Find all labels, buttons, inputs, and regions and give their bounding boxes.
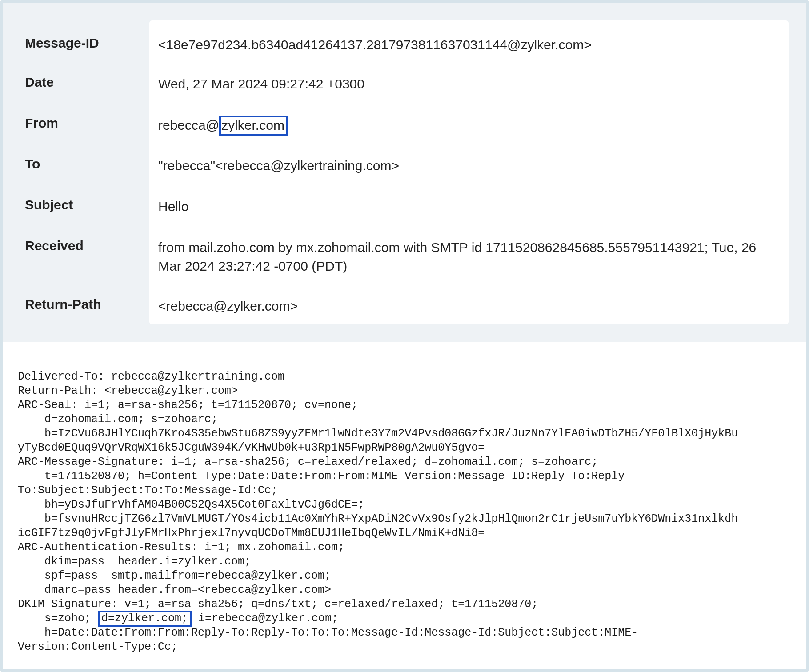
from-domain-highlight: zylker.com bbox=[219, 116, 288, 136]
value-from: rebecca@zylker.com bbox=[158, 116, 288, 136]
value-received: from mail.zoho.com by mx.zohomail.com wi… bbox=[158, 238, 763, 276]
raw-line: ARC-Authentication-Results: i=1; mx.zoho… bbox=[18, 541, 344, 554]
label-message-id: Message-ID bbox=[20, 36, 99, 51]
label-date: Date bbox=[20, 75, 54, 90]
value-message-id: <18e7e97d234.b6340ad41264137.28179738116… bbox=[158, 36, 592, 54]
raw-line: yTyBcd0EQuq9VQrVRqWX16k5JCguW394K/vKHwUb… bbox=[18, 441, 485, 454]
raw-line: Delivered-To: rebecca@zylkertraining.com bbox=[18, 370, 284, 383]
raw-line: icGIF7tz9q0jvFgfJlyFMrHxPhrjexl7nyvqUCDo… bbox=[18, 527, 485, 540]
raw-line: h=Date:Date:From:From:Reply-To:Reply-To:… bbox=[18, 626, 638, 639]
label-subject: Subject bbox=[20, 197, 73, 212]
raw-line: d=zohomail.com; s=zohoarc; bbox=[18, 413, 218, 426]
headers-summary-panel: Message-ID Date From To Subject Received… bbox=[3, 3, 806, 342]
raw-line: DKIM-Signature: v=1; a=rsa-sha256; q=dns… bbox=[18, 598, 538, 611]
email-header-viewer: Message-ID Date From To Subject Received… bbox=[0, 0, 809, 672]
raw-line: b=fsvnuHRccjTZG6zl7VmVLMUGT/YOs4icb11Ac0… bbox=[18, 512, 738, 525]
dkim-domain-highlight: d=zylker.com; bbox=[98, 611, 192, 627]
raw-line: b=IzCVu68JHlYCuqh7Kro4S35ebwStu68ZS9yyZF… bbox=[18, 427, 738, 440]
value-date: Wed, 27 Mar 2024 09:27:42 +0300 bbox=[158, 75, 364, 93]
label-received: Received bbox=[20, 238, 84, 253]
labels-column: Message-ID Date From To Subject Received… bbox=[20, 20, 149, 324]
value-subject: Hello bbox=[158, 197, 188, 216]
raw-line: dmarc=pass header.from=<rebecca@zylker.c… bbox=[18, 584, 331, 596]
raw-line: t=1711520870; h=Content-Type:Date:Date:F… bbox=[18, 470, 631, 483]
value-return-path: <rebecca@zylker.com> bbox=[158, 297, 298, 316]
label-return-path: Return-Path bbox=[20, 297, 101, 312]
label-to: To bbox=[20, 156, 40, 172]
raw-headers-panel: Delivered-To: rebecca@zylkertraining.com… bbox=[3, 342, 806, 669]
raw-line: s=zoho; bbox=[18, 612, 98, 625]
values-column: <18e7e97d234.b6340ad41264137.28179738116… bbox=[149, 20, 789, 324]
raw-line: spf=pass smtp.mailfrom=rebecca@zylker.co… bbox=[18, 569, 331, 582]
from-prefix: rebecca@ bbox=[158, 118, 219, 132]
raw-line: Return-Path: <rebecca@zylker.com> bbox=[18, 384, 238, 397]
label-from: From bbox=[20, 116, 58, 131]
raw-line: dkim=pass header.i=zylker.com; bbox=[18, 555, 251, 568]
value-to: "rebecca"<rebecca@zylkertraining.com> bbox=[158, 156, 399, 175]
raw-line: Version:Content-Type:Cc; bbox=[18, 640, 178, 653]
raw-line: bh=yDsJfuFrVhfAM04B00CS2Qs4X5Cot0FaxltvC… bbox=[18, 498, 364, 511]
raw-line: i=rebecca@zylker.com; bbox=[192, 612, 338, 625]
raw-line: ARC-Seal: i=1; a=rsa-sha256; t=171152087… bbox=[18, 399, 358, 412]
raw-line: To:Subject:Subject:To:To:Message-Id:Cc; bbox=[18, 484, 278, 497]
raw-line: ARC-Message-Signature: i=1; a=rsa-sha256… bbox=[18, 456, 598, 468]
